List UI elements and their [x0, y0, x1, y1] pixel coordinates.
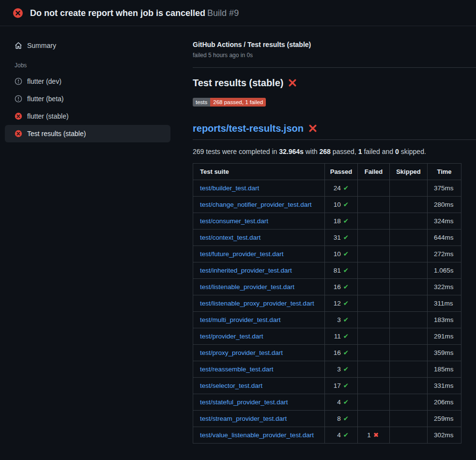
tests-badge-label: tests — [193, 98, 210, 107]
time-cell: 1.065s — [428, 262, 461, 279]
failed-cell — [358, 246, 390, 262]
column-header-skipped: Skipped — [390, 164, 428, 180]
suite-cell: test/provider_test.dart — [193, 328, 325, 345]
summary-failed-count: 1 — [358, 148, 362, 155]
suite-link[interactable]: test/inherited_provider_test.dart — [200, 267, 292, 274]
skipped-cell — [390, 295, 428, 312]
skipped-cell — [390, 230, 428, 246]
suite-cell: test/stateful_provider_test.dart — [193, 394, 325, 411]
summary-duration: 32.964s — [279, 148, 304, 155]
sidebar-item-test-results-stable[interactable]: Test results (stable) — [5, 125, 170, 142]
skipped-cell — [390, 328, 428, 345]
passed-cell: 3✔ — [325, 312, 358, 328]
check-icon: ✔ — [343, 349, 349, 356]
home-icon — [15, 42, 22, 49]
skipped-cell — [390, 262, 428, 279]
sidebar: Summary Jobs flutter (dev) flut — [0, 26, 179, 142]
time-cell: 324ms — [428, 213, 461, 230]
passed-cell: 4✔ — [325, 394, 358, 411]
skipped-cell — [390, 361, 428, 378]
suite-link[interactable]: test/future_provider_test.dart — [200, 250, 284, 258]
skipped-cell — [390, 246, 428, 262]
check-icon: ✔ — [343, 398, 349, 406]
passed-cell: 12✔ — [325, 295, 358, 312]
x-icon — [288, 78, 297, 87]
x-icon — [308, 124, 317, 133]
run-title-text: Do not create report when job is cancell… — [30, 8, 205, 18]
failed-cell — [358, 295, 390, 312]
failed-cell — [358, 180, 390, 197]
summary-passed-count: 268 — [320, 148, 331, 155]
suite-cell: test/consumer_test.dart — [193, 213, 325, 230]
suite-link[interactable]: test/value_listenable_provider_test.dart — [200, 431, 314, 439]
check-icon: ✔ — [343, 382, 349, 389]
passed-cell: 31✔ — [325, 230, 358, 246]
suite-link[interactable]: test/proxy_provider_test.dart — [200, 349, 283, 356]
suite-cell: test/proxy_provider_test.dart — [193, 345, 325, 361]
table-row: test/provider_test.dart 11✔ 291ms — [193, 328, 461, 345]
check-icon: ✔ — [343, 299, 349, 307]
report-link[interactable]: reports/test-results.json — [193, 122, 304, 135]
failed-status-icon — [15, 130, 22, 138]
suite-link[interactable]: test/listenable_proxy_provider_test.dart — [200, 300, 314, 307]
skipped-cell — [390, 213, 428, 230]
summary-text: 269 tests were completed in — [193, 148, 279, 155]
suite-link[interactable]: test/provider_test.dart — [200, 333, 263, 340]
section-title: Test results (stable) — [193, 77, 476, 89]
failed-cell — [358, 328, 390, 345]
table-row: test/context_test.dart 31✔ 644ms — [193, 230, 461, 246]
column-header-passed: Passed — [325, 164, 358, 180]
failed-cell: 1✖ — [358, 427, 390, 444]
column-header-test-suite: Test suite — [193, 164, 325, 180]
suite-cell: test/context_test.dart — [193, 230, 325, 246]
failed-cell — [358, 345, 390, 361]
skipped-cell — [390, 312, 428, 328]
suite-cell: test/stream_provider_test.dart — [193, 411, 325, 427]
check-icon: ✔ — [343, 184, 349, 192]
suite-cell: test/listenable_provider_test.dart — [193, 279, 325, 295]
table-row: test/stateful_provider_test.dart 4✔ 206m… — [193, 394, 461, 411]
time-cell: 644ms — [428, 230, 461, 246]
suite-link[interactable]: test/change_notifier_provider_test.dart — [200, 201, 311, 208]
sidebar-item-summary[interactable]: Summary — [5, 37, 170, 54]
time-cell: 375ms — [428, 180, 461, 197]
suite-link[interactable]: test/consumer_test.dart — [200, 217, 268, 225]
skipped-cell — [390, 394, 428, 411]
tests-badge: tests 268 passed, 1 failed — [193, 98, 266, 107]
suite-cell: test/listenable_proxy_provider_test.dart — [193, 295, 325, 312]
suite-link[interactable]: test/selector_test.dart — [200, 382, 262, 389]
failed-cell — [358, 197, 390, 213]
tests-badge-value: 268 passed, 1 failed — [210, 98, 266, 107]
time-cell: 322ms — [428, 279, 461, 295]
passed-cell: 10✔ — [325, 197, 358, 213]
check-icon: ✔ — [343, 266, 349, 274]
time-cell: 259ms — [428, 411, 461, 427]
time-cell: 272ms — [428, 246, 461, 262]
suite-link[interactable]: test/listenable_provider_test.dart — [200, 283, 294, 291]
check-icon: ✔ — [343, 414, 349, 422]
sidebar-item-flutter-dev[interactable]: flutter (dev) — [5, 73, 170, 90]
suite-link[interactable]: test/builder_test.dart — [200, 184, 259, 192]
failed-cell — [358, 262, 390, 279]
table-row: test/builder_test.dart 24✔ 375ms — [193, 180, 461, 197]
suite-link[interactable]: test/multi_provider_test.dart — [200, 316, 281, 323]
check-icon: ✔ — [343, 250, 349, 258]
sidebar-item-flutter-stable[interactable]: flutter (stable) — [5, 107, 170, 125]
time-cell: 291ms — [428, 328, 461, 345]
results-table-body: test/builder_test.dart 24✔ 375ms test/ch… — [193, 180, 461, 444]
neutral-status-icon — [15, 95, 22, 103]
suite-cell: test/builder_test.dart — [193, 180, 325, 197]
suite-link[interactable]: test/context_test.dart — [200, 234, 261, 241]
suite-link[interactable]: test/reassemble_test.dart — [200, 366, 274, 373]
suite-cell: test/change_notifier_provider_test.dart — [193, 197, 325, 213]
column-header-time: Time — [428, 164, 461, 180]
table-row: test/multi_provider_test.dart 3✔ 183ms — [193, 312, 461, 328]
failed-cell — [358, 230, 390, 246]
suite-cell: test/multi_provider_test.dart — [193, 312, 325, 328]
passed-cell: 8✔ — [325, 411, 358, 427]
time-cell: 311ms — [428, 295, 461, 312]
sidebar-item-flutter-beta[interactable]: flutter (beta) — [5, 90, 170, 107]
table-row: test/future_provider_test.dart 10✔ 272ms — [193, 246, 461, 262]
suite-link[interactable]: test/stream_provider_test.dart — [200, 415, 287, 422]
suite-link[interactable]: test/stateful_provider_test.dart — [200, 399, 288, 406]
